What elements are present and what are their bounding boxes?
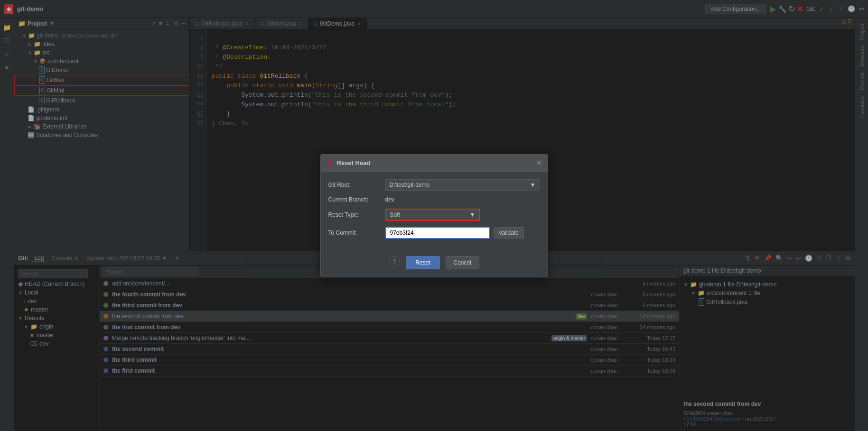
- to-commit-row: To Commit: Validate: [328, 227, 540, 239]
- modal-body: Git Root: D:\test\git-demo ▼ Current Bra…: [321, 172, 548, 252]
- git-root-value: D:\test\git-demo: [390, 182, 430, 188]
- modal-title-bar: ☠ Reset Head ✕: [321, 155, 548, 172]
- modal-footer: ? Reset Cancel: [321, 252, 548, 277]
- reset-type-value: Soft: [390, 211, 400, 218]
- current-branch-label: Current Branch:: [328, 196, 385, 203]
- to-commit-input[interactable]: [385, 227, 490, 239]
- git-root-dropdown-icon: ▼: [530, 182, 536, 188]
- cancel-button[interactable]: Cancel: [446, 256, 479, 269]
- git-root-select[interactable]: D:\test\git-demo ▼: [385, 179, 540, 191]
- reset-type-row: Reset Type: Soft ▼: [328, 209, 540, 221]
- reset-type-dropdown-icon: ▼: [470, 211, 476, 218]
- modal-close-button[interactable]: ✕: [536, 158, 542, 167]
- current-branch-value: dev: [385, 196, 394, 203]
- modal-overlay: ☠ Reset Head ✕ Git Root: D:\test\git-dem…: [0, 0, 868, 431]
- to-commit-label: To Commit:: [328, 229, 385, 236]
- current-branch-row: Current Branch: dev: [328, 196, 540, 203]
- reset-button[interactable]: Reset: [406, 256, 439, 269]
- modal-icon: ☠: [327, 158, 333, 167]
- git-root-label: Git Root:: [328, 182, 385, 188]
- reset-type-label: Reset Type:: [328, 211, 385, 218]
- reset-head-dialog: ☠ Reset Head ✕ Git Root: D:\test\git-dem…: [320, 154, 548, 277]
- reset-type-select[interactable]: Soft ▼: [385, 209, 480, 221]
- validate-button[interactable]: Validate: [494, 227, 524, 238]
- help-button[interactable]: ?: [389, 256, 400, 267]
- git-root-row: Git Root: D:\test\git-demo ▼: [328, 179, 540, 191]
- modal-title: Reset Head: [337, 159, 536, 166]
